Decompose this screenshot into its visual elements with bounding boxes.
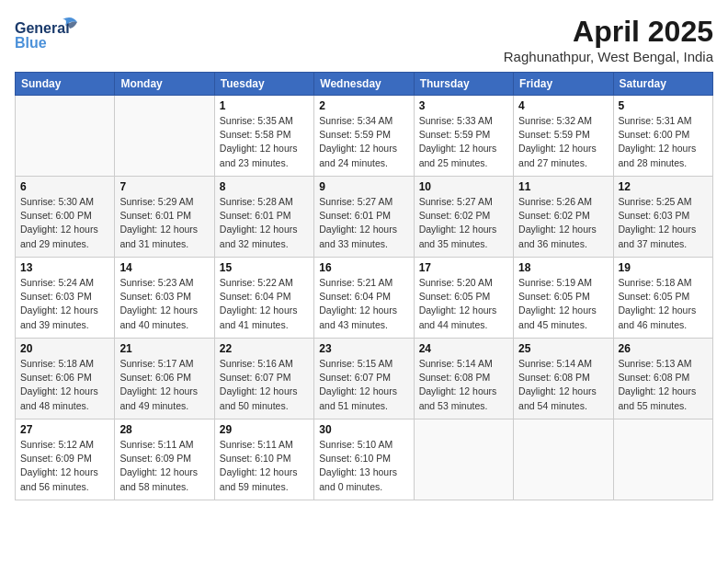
- day-cell: 7Sunrise: 5:29 AM Sunset: 6:01 PM Daylig…: [115, 177, 214, 258]
- day-info: Sunrise: 5:31 AM Sunset: 6:00 PM Dayligh…: [619, 114, 708, 170]
- day-cell: [414, 419, 513, 500]
- day-cell: 14Sunrise: 5:23 AM Sunset: 6:03 PM Dayli…: [115, 258, 214, 339]
- day-cell: 15Sunrise: 5:22 AM Sunset: 6:04 PM Dayli…: [214, 258, 313, 339]
- page-header: General Blue April 2025 Raghunathpur, We…: [15, 15, 713, 64]
- day-number: 13: [20, 261, 109, 274]
- day-info: Sunrise: 5:17 AM Sunset: 6:06 PM Dayligh…: [119, 357, 209, 413]
- day-number: 22: [220, 342, 309, 355]
- day-cell: 11Sunrise: 5:26 AM Sunset: 6:02 PM Dayli…: [514, 177, 613, 258]
- day-number: 5: [619, 99, 708, 112]
- day-number: 15: [220, 261, 309, 274]
- day-cell: 6Sunrise: 5:30 AM Sunset: 6:00 PM Daylig…: [16, 177, 115, 258]
- day-cell: 13Sunrise: 5:24 AM Sunset: 6:03 PM Dayli…: [16, 258, 115, 339]
- day-info: Sunrise: 5:26 AM Sunset: 6:02 PM Dayligh…: [518, 195, 608, 251]
- svg-text:General: General: [15, 20, 70, 36]
- day-info: Sunrise: 5:22 AM Sunset: 6:04 PM Dayligh…: [220, 276, 309, 332]
- day-info: Sunrise: 5:23 AM Sunset: 6:03 PM Dayligh…: [119, 276, 209, 332]
- day-number: 8: [220, 180, 309, 193]
- header-cell-thursday: Thursday: [414, 73, 513, 96]
- day-info: Sunrise: 5:16 AM Sunset: 6:07 PM Dayligh…: [220, 357, 309, 413]
- day-number: 23: [319, 342, 408, 355]
- day-info: Sunrise: 5:11 AM Sunset: 6:09 PM Dayligh…: [119, 438, 209, 494]
- day-info: Sunrise: 5:27 AM Sunset: 6:01 PM Dayligh…: [319, 195, 408, 251]
- day-cell: 16Sunrise: 5:21 AM Sunset: 6:04 PM Dayli…: [314, 258, 414, 339]
- day-cell: 29Sunrise: 5:11 AM Sunset: 6:10 PM Dayli…: [214, 419, 313, 500]
- day-cell: 3Sunrise: 5:33 AM Sunset: 5:59 PM Daylig…: [414, 96, 513, 177]
- month-year: April 2025: [504, 15, 713, 49]
- week-row-3: 13Sunrise: 5:24 AM Sunset: 6:03 PM Dayli…: [16, 258, 713, 339]
- day-number: 11: [518, 180, 608, 193]
- day-number: 27: [20, 423, 109, 436]
- day-cell: 12Sunrise: 5:25 AM Sunset: 6:03 PM Dayli…: [613, 177, 712, 258]
- day-info: Sunrise: 5:21 AM Sunset: 6:04 PM Dayligh…: [319, 276, 408, 332]
- day-number: 28: [119, 423, 209, 436]
- day-number: 3: [419, 99, 508, 112]
- day-cell: 28Sunrise: 5:11 AM Sunset: 6:09 PM Dayli…: [115, 419, 214, 500]
- day-cell: 20Sunrise: 5:18 AM Sunset: 6:06 PM Dayli…: [16, 339, 115, 419]
- day-cell: 17Sunrise: 5:20 AM Sunset: 6:05 PM Dayli…: [414, 258, 513, 339]
- header-cell-saturday: Saturday: [613, 73, 712, 96]
- day-cell: [115, 96, 214, 177]
- day-cell: 4Sunrise: 5:32 AM Sunset: 5:59 PM Daylig…: [514, 96, 613, 177]
- day-number: 25: [518, 342, 608, 355]
- day-number: 7: [119, 180, 209, 193]
- svg-text:Blue: Blue: [15, 35, 47, 51]
- day-number: 26: [619, 342, 708, 355]
- calendar-body: 1Sunrise: 5:35 AM Sunset: 5:58 PM Daylig…: [16, 96, 713, 500]
- day-cell: 18Sunrise: 5:19 AM Sunset: 6:05 PM Dayli…: [514, 258, 613, 339]
- day-number: 24: [419, 342, 508, 355]
- title-block: April 2025 Raghunathpur, West Bengal, In…: [504, 15, 713, 64]
- header-cell-monday: Monday: [115, 73, 214, 96]
- day-info: Sunrise: 5:13 AM Sunset: 6:08 PM Dayligh…: [619, 357, 708, 413]
- day-info: Sunrise: 5:20 AM Sunset: 6:05 PM Dayligh…: [419, 276, 508, 332]
- day-cell: 27Sunrise: 5:12 AM Sunset: 6:09 PM Dayli…: [16, 419, 115, 500]
- day-info: Sunrise: 5:19 AM Sunset: 6:05 PM Dayligh…: [518, 276, 608, 332]
- day-info: Sunrise: 5:33 AM Sunset: 5:59 PM Dayligh…: [419, 114, 508, 170]
- day-number: 29: [220, 423, 309, 436]
- day-info: Sunrise: 5:10 AM Sunset: 6:10 PM Dayligh…: [319, 438, 408, 494]
- day-number: 10: [419, 180, 508, 193]
- day-cell: 9Sunrise: 5:27 AM Sunset: 6:01 PM Daylig…: [314, 177, 414, 258]
- logo-icon: General Blue: [15, 15, 79, 52]
- day-info: Sunrise: 5:29 AM Sunset: 6:01 PM Dayligh…: [119, 195, 209, 251]
- calendar-header: SundayMondayTuesdayWednesdayThursdayFrid…: [16, 73, 713, 96]
- week-row-4: 20Sunrise: 5:18 AM Sunset: 6:06 PM Dayli…: [16, 339, 713, 419]
- day-cell: 2Sunrise: 5:34 AM Sunset: 5:59 PM Daylig…: [314, 96, 414, 177]
- day-info: Sunrise: 5:27 AM Sunset: 6:02 PM Dayligh…: [419, 195, 508, 251]
- day-number: 21: [119, 342, 209, 355]
- header-cell-sunday: Sunday: [16, 73, 115, 96]
- week-row-1: 1Sunrise: 5:35 AM Sunset: 5:58 PM Daylig…: [16, 96, 713, 177]
- day-number: 14: [119, 261, 209, 274]
- day-cell: 1Sunrise: 5:35 AM Sunset: 5:58 PM Daylig…: [214, 96, 313, 177]
- day-info: Sunrise: 5:18 AM Sunset: 6:05 PM Dayligh…: [619, 276, 708, 332]
- day-cell: 24Sunrise: 5:14 AM Sunset: 6:08 PM Dayli…: [414, 339, 513, 419]
- logo: General Blue: [15, 15, 79, 53]
- day-cell: [613, 419, 712, 500]
- day-cell: 8Sunrise: 5:28 AM Sunset: 6:01 PM Daylig…: [214, 177, 313, 258]
- day-cell: 5Sunrise: 5:31 AM Sunset: 6:00 PM Daylig…: [613, 96, 712, 177]
- day-info: Sunrise: 5:34 AM Sunset: 5:59 PM Dayligh…: [319, 114, 408, 170]
- day-info: Sunrise: 5:15 AM Sunset: 6:07 PM Dayligh…: [319, 357, 408, 413]
- day-info: Sunrise: 5:11 AM Sunset: 6:10 PM Dayligh…: [220, 438, 309, 494]
- day-info: Sunrise: 5:14 AM Sunset: 6:08 PM Dayligh…: [518, 357, 608, 413]
- day-cell: [514, 419, 613, 500]
- day-info: Sunrise: 5:12 AM Sunset: 6:09 PM Dayligh…: [20, 438, 109, 494]
- header-cell-tuesday: Tuesday: [214, 73, 313, 96]
- day-number: 9: [319, 180, 408, 193]
- day-cell: 26Sunrise: 5:13 AM Sunset: 6:08 PM Dayli…: [613, 339, 712, 419]
- day-cell: 10Sunrise: 5:27 AM Sunset: 6:02 PM Dayli…: [414, 177, 513, 258]
- day-number: 12: [619, 180, 708, 193]
- day-number: 18: [518, 261, 608, 274]
- day-info: Sunrise: 5:30 AM Sunset: 6:00 PM Dayligh…: [20, 195, 109, 251]
- day-cell: [16, 96, 115, 177]
- day-info: Sunrise: 5:24 AM Sunset: 6:03 PM Dayligh…: [20, 276, 109, 332]
- day-number: 1: [220, 99, 309, 112]
- week-row-2: 6Sunrise: 5:30 AM Sunset: 6:00 PM Daylig…: [16, 177, 713, 258]
- location: Raghunathpur, West Bengal, India: [504, 49, 713, 64]
- day-info: Sunrise: 5:35 AM Sunset: 5:58 PM Dayligh…: [220, 114, 309, 170]
- day-number: 16: [319, 261, 408, 274]
- day-cell: 22Sunrise: 5:16 AM Sunset: 6:07 PM Dayli…: [214, 339, 313, 419]
- header-cell-wednesday: Wednesday: [314, 73, 414, 96]
- day-number: 4: [518, 99, 608, 112]
- day-cell: 30Sunrise: 5:10 AM Sunset: 6:10 PM Dayli…: [314, 419, 414, 500]
